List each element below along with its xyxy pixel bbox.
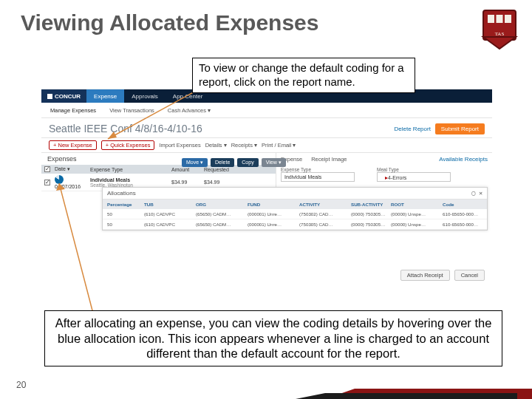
cell: 610-65650-000… [443,211,490,216]
brand: CONCUR [41,89,86,103]
copy-button[interactable]: Copy [237,158,258,167]
select-all-checkbox[interactable] [44,166,50,172]
report-name-link[interactable]: Seattle IEEE Conf 4/8/16-4/10-16 [49,123,202,134]
cell: 50 [107,222,144,227]
cell: 610-65650-000… [443,222,490,227]
cell: (000001) Unre… [248,211,299,216]
tab-expense[interactable]: Expense [86,89,124,103]
delete-report-link[interactable]: Delete Report [395,126,431,132]
cell: (00000) Unspe… [391,211,443,216]
allocations-popup: Allocations ▢ ✕ Percentage TUB ORG FUND … [102,187,488,231]
col-tub: TUB [144,202,196,207]
move-button[interactable]: Move ▾ [182,158,208,167]
cell: (610) CADVPC [144,222,196,227]
footer-actions: Attach Receipt Cancel [393,267,492,284]
cell: 50 [107,211,144,216]
subnav-manage[interactable]: Manage Expenses [50,107,96,114]
svg-marker-10 [296,393,517,399]
row-type: Individual Meals [90,177,130,183]
row-date: 04/07/2016 [55,184,81,189]
import-expenses[interactable]: Import Expenses [159,142,200,149]
cell: (750302) CAD… [299,211,351,216]
col-code: Code [443,202,490,207]
delete-button[interactable]: Delete [211,158,234,167]
cell: (65650) CADM… [196,211,248,216]
quick-expenses-button[interactable]: + Quick Expenses [101,140,155,150]
view-button[interactable]: View ▾ [262,158,286,167]
col-activity: ACTIVITY [299,202,351,207]
callout-report-name: To view or change the default coding for… [192,58,415,93]
toolbar: + New Expense + Quick Expenses Import Ex… [41,137,492,153]
new-expense-button[interactable]: + New Expense [49,140,97,150]
cell: (0000) 750305… [351,211,391,216]
col-percentage: Percentage [107,202,144,207]
allocation-icon[interactable] [55,175,64,184]
cell: (000001) Unre… [248,222,299,227]
row-requested: $34.99 [204,180,236,185]
row-checkbox[interactable] [44,180,50,185]
label-meal-type: Meal Type [377,167,451,172]
svg-rect-1 [488,15,494,23]
row-amount: $34.99 [171,180,204,185]
col-amount: Amount [171,167,204,172]
allocations-row: 50 (610) CADVPC (65650) CADM… (000001) U… [103,219,487,230]
university-crest-icon: TAS [480,7,519,52]
field-expense-type[interactable]: Individual Meals [281,172,355,182]
allocations-header: Percentage TUB ORG FUND ACTIVITY SUB-ACT… [103,200,487,209]
col-org: ORG [196,202,248,207]
page-title: Viewing Allocated Expenses [21,10,318,35]
subnav: Manage Expenses View Transactions Cash A… [41,103,492,118]
svg-rect-2 [497,15,503,23]
svg-text:TAS: TAS [495,31,505,37]
expenses-pane: Expenses Move ▾ Delete Copy View ▾ Date … [41,153,276,191]
col-root: ROOT [391,202,443,207]
cancel-button[interactable]: Cancel [454,270,485,281]
tab-approvals[interactable]: Approvals [124,89,166,103]
available-receipts-link[interactable]: Available Receipts [439,156,488,163]
col-type: Expense Type [90,167,171,172]
col-date[interactable]: Date ▾ [55,166,90,172]
expense-detail-pane: Expense Receipt Image Available Receipts… [276,153,492,191]
subnav-view-transactions[interactable]: View Transactions [109,107,154,114]
label-expense-type: Expense Type [281,167,355,172]
attach-receipt-button[interactable]: Attach Receipt [400,270,450,281]
receipts-menu[interactable]: Receipts ▾ [231,142,257,149]
allocations-row: 50 (610) CADVPC (65650) CADM… (000001) U… [103,209,487,219]
submit-report-button[interactable]: Submit Report [435,123,485,134]
cell: (65650) CADM… [196,222,248,227]
print-email-menu[interactable]: Print / Email ▾ [262,142,296,149]
allocations-close-icon[interactable]: ▢ ✕ [472,190,482,197]
col-fund: FUND [248,202,299,207]
svg-rect-3 [505,15,511,23]
col-subactivity: SUB-ACTIVITY [351,202,391,207]
cell: (00000) Unspe… [391,222,443,227]
tab-receipt-image[interactable]: Receipt Image [311,156,347,163]
field-meal-type[interactable]: ▸4-Errors [377,172,451,182]
page-number: 20 [16,380,26,390]
cell: (0000) 750305… [351,222,391,227]
subnav-cash-advances[interactable]: Cash Advances ▾ [168,107,211,114]
callout-allocation-icon: After allocating an expense, you can vie… [44,310,502,366]
report-header: Seattle IEEE Conf 4/8/16-4/10-16 Delete … [41,118,492,137]
allocations-title: Allocations [107,190,136,197]
brand-text: CONCUR [55,93,81,100]
cell: (610) CADVPC [144,211,196,216]
col-requested: Requested [204,167,236,172]
details-menu[interactable]: Details ▾ [205,142,227,149]
cell: (750305) CAD… [299,222,351,227]
concur-app: CONCUR Expense Approvals App Center Mana… [41,89,492,287]
slide-decoration-icon [296,371,532,399]
